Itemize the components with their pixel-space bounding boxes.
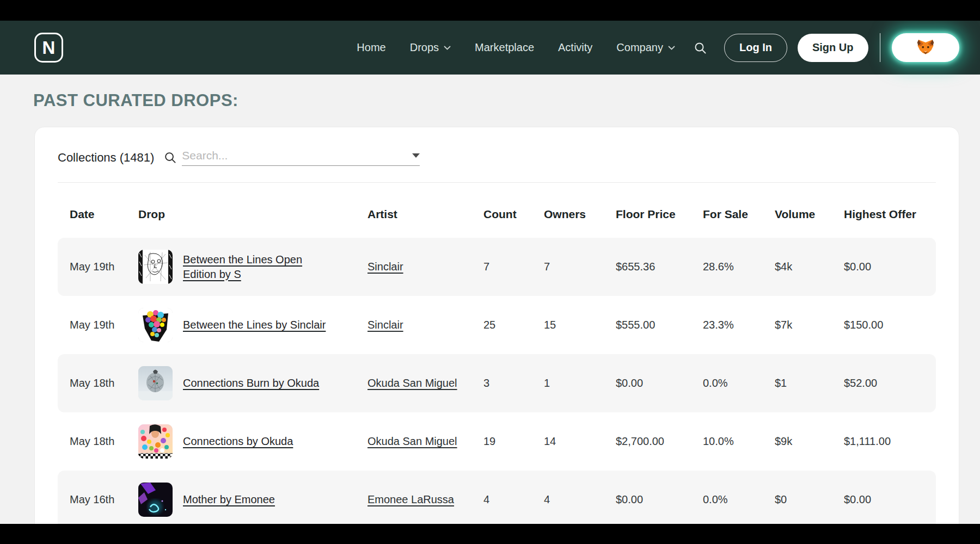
volume-value: $0 [775,493,844,506]
column-header-for-sale: For Sale [703,208,775,221]
page: N Home Drops Marketplace Activity Compan… [0,0,980,544]
column-header-artist: Artist [367,208,483,221]
highest-offer-value: $0.00 [844,261,937,273]
for-sale-value: 10.0% [703,435,775,448]
column-header-floor-price: Floor Price [616,208,703,221]
nav-links: Home Drops Marketplace Activity Company [357,41,675,54]
table-row: May 18th [58,354,936,412]
login-button[interactable]: Log In [724,34,787,62]
owners-value: 1 [544,377,616,390]
signup-label: Sign Up [812,41,854,54]
drop-cell: Mother by Emonee [138,483,367,517]
drop-thumbnail[interactable] [138,424,173,459]
owners-value: 15 [544,319,616,331]
table-row: May 16th Mother by Emonee [58,471,936,529]
artist-link[interactable]: Okuda San Miguel [367,377,457,389]
for-sale-value: 0.0% [703,377,775,390]
login-label: Log In [739,41,772,54]
nav-item-drops[interactable]: Drops [410,41,451,54]
for-sale-value: 28.6% [703,261,775,273]
column-header-volume: Volume [775,208,844,221]
floor-price-value: $0.00 [616,377,703,390]
chevron-down-icon [444,46,451,50]
drop-link[interactable]: Connections by Okuda [183,434,293,448]
floor-price-value: $655.36 [616,261,703,273]
floor-price-value: $0.00 [616,493,703,506]
nav-item-home[interactable]: Home [357,41,385,54]
top-letterbox-bar [0,0,980,21]
nav-item-label: Activity [558,41,592,54]
drop-thumbnail[interactable] [138,366,173,400]
drop-thumbnail[interactable] [138,483,173,517]
count-value: 3 [483,377,544,390]
row-date: May 16th [58,493,138,506]
drop-cell: Connections Burn by Okuda [138,366,367,400]
volume-value: $4k [775,261,844,273]
highest-offer-value: $0.00 [844,493,937,506]
drop-thumbnail[interactable] [138,308,173,342]
drop-cell: Connections by Okuda [138,424,367,459]
row-date: May 18th [58,377,138,390]
owners-value: 14 [544,435,616,448]
drop-link[interactable]: Between the Lines by Sinclair [183,318,326,332]
volume-value: $1 [775,377,844,390]
drop-cell: Between the Lines by Sinclair [138,308,367,342]
floor-price-value: $555.00 [616,319,703,331]
search-input[interactable] [182,149,408,162]
collections-card: Collections (1481) Date Drop Artist Coun… [34,127,959,544]
nav-item-marketplace[interactable]: Marketplace [475,41,534,54]
artist-link[interactable]: Sinclair [367,261,403,273]
collections-count-label: Collections (1481) [58,151,154,165]
main-content: PAST CURATED DROPS: Collections (1481) D… [0,75,980,544]
navbar: N Home Drops Marketplace Activity Compan… [0,21,980,75]
count-value: 7 [483,261,544,273]
search-icon[interactable] [694,41,707,54]
artist-link[interactable]: Emonee LaRussa [367,493,454,505]
column-header-count: Count [483,208,544,221]
logo-letter: N [42,38,56,58]
artist-link[interactable]: Sinclair [367,319,403,331]
row-date: May 19th [58,261,138,273]
drop-thumbnail[interactable] [138,250,173,284]
search-icon[interactable] [164,151,176,164]
drop-link[interactable]: Connections Burn by Okuda [183,376,319,390]
chevron-down-icon [668,46,675,50]
drop-link[interactable]: Mother by Emonee [183,492,275,506]
column-header-date: Date [58,208,138,221]
floor-price-value: $2,700.00 [616,435,703,448]
table-row: May 19th [58,238,936,296]
for-sale-value: 23.3% [703,319,775,331]
highest-offer-value: $1,111.00 [844,435,937,448]
artist-link[interactable]: Okuda San Miguel [367,435,457,447]
highest-offer-value: $150.00 [844,319,937,331]
drop-link[interactable]: Between the Lines Open Edition by S [183,252,331,281]
bottom-letterbox-bar [0,524,980,544]
nav-item-label: Drops [410,41,439,54]
volume-value: $9k [775,435,844,448]
metamask-wallet-button[interactable] [892,33,959,62]
count-value: 25 [483,319,544,331]
row-date: May 18th [58,435,138,448]
count-value: 4 [483,493,544,506]
site-logo[interactable]: N [34,33,63,63]
nav-item-label: Company [616,41,663,54]
nav-divider [880,33,881,62]
owners-value: 4 [544,493,616,506]
nav-item-label: Marketplace [475,41,534,54]
owners-value: 7 [544,261,616,273]
page-title: PAST CURATED DROPS: [33,91,980,110]
row-date: May 19th [58,319,138,331]
dropdown-caret-icon[interactable] [412,153,420,158]
metamask-fox-icon [917,40,934,55]
table-header-row: Date Drop Artist Count Owners Floor Pric… [58,183,936,238]
nav-item-company[interactable]: Company [616,41,675,54]
drop-cell: Between the Lines Open Edition by S [138,250,367,284]
for-sale-value: 0.0% [703,493,775,506]
nav-item-label: Home [357,41,385,54]
count-value: 19 [483,435,544,448]
column-header-owners: Owners [544,208,616,221]
highest-offer-value: $52.00 [844,377,937,390]
signup-button[interactable]: Sign Up [798,34,868,62]
nav-item-activity[interactable]: Activity [558,41,592,54]
search-field [182,149,420,166]
